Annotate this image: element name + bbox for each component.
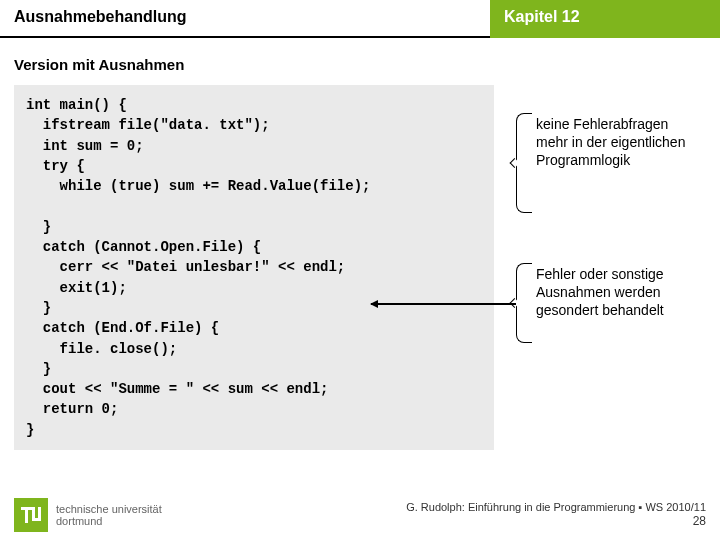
content-area: int main() { ifstream file("data. txt");…	[0, 85, 720, 450]
footer: technische universität dortmund G. Rudol…	[0, 490, 720, 540]
logo-area: technische universität dortmund	[14, 498, 162, 532]
brace-icon	[516, 113, 532, 213]
tu-logo-icon	[14, 498, 48, 532]
uni-line2: dortmund	[56, 515, 162, 527]
svg-rect-1	[25, 507, 28, 523]
arrow-icon	[371, 303, 516, 305]
brace-icon	[516, 263, 532, 343]
header-title-left: Ausnahmebehandlung	[0, 0, 490, 38]
header: Ausnahmebehandlung Kapitel 12	[0, 0, 720, 38]
svg-rect-4	[32, 518, 41, 521]
header-title-right: Kapitel 12	[490, 0, 720, 38]
logo-text: technische universität dortmund	[56, 503, 162, 527]
code-block: int main() { ifstream file("data. txt");…	[14, 85, 494, 450]
note-1: keine Fehlerabfragen mehr in der eigentl…	[536, 115, 696, 170]
note-2: Fehler oder sonstige Ausnahmen werden ge…	[536, 265, 706, 320]
footer-right: G. Rudolph: Einführung in die Programmie…	[406, 500, 706, 530]
section-title: Version mit Ausnahmen	[0, 38, 720, 85]
uni-line1: technische universität	[56, 503, 162, 515]
page-number: 28	[406, 514, 706, 530]
credit-line: G. Rudolph: Einführung in die Programmie…	[406, 500, 706, 514]
